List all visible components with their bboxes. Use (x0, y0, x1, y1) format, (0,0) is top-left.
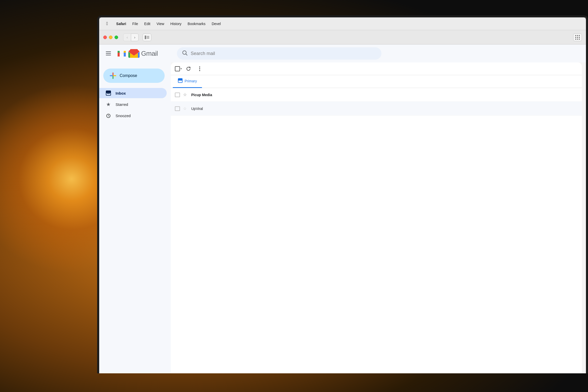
email-toolbar: ▾ (171, 62, 582, 75)
search-placeholder-text: Search mail (191, 51, 215, 56)
develop-menu-item[interactable]: Devel (209, 21, 224, 27)
sidebar-item-starred[interactable]: ★ Starred (99, 99, 167, 109)
refresh-icon (186, 66, 191, 71)
gmail-left-header: Gmail (99, 48, 171, 59)
email-checkbox-1[interactable] (175, 93, 180, 97)
sidebar-item-inbox[interactable]: Inbox (99, 88, 167, 98)
edit-menu-item[interactable]: Edit (141, 21, 153, 27)
file-menu-item[interactable]: File (129, 21, 141, 27)
safari-toolbar: ‹ › (99, 30, 586, 44)
svg-rect-25 (178, 79, 182, 81)
inbox-label: Inbox (116, 91, 126, 95)
gmail-header: Gmail Search mail (99, 44, 586, 62)
email-star-2[interactable]: ☆ (183, 106, 188, 111)
gmail-logo-area: Gmail (117, 48, 158, 59)
bookmarks-menu-item[interactable]: Bookmarks (185, 21, 209, 27)
email-sender-1: Picup Media (191, 93, 237, 97)
nav-buttons: ‹ › (123, 33, 139, 41)
forward-button[interactable]: › (131, 33, 139, 41)
checkbox-icon[interactable] (175, 66, 180, 71)
svg-rect-6 (106, 55, 111, 55)
extensions-button[interactable] (573, 33, 582, 41)
svg-rect-3 (147, 38, 149, 39)
hamburger-menu-button[interactable] (103, 48, 114, 59)
starred-icon: ★ (105, 101, 111, 107)
primary-tab-icon (178, 78, 183, 84)
email-checkbox-2[interactable] (175, 106, 180, 111)
sidebar-item-snoozed[interactable]: Snoozed (99, 110, 167, 121)
select-all-checkbox[interactable]: ▾ (175, 66, 182, 71)
svg-rect-5 (106, 53, 111, 54)
svg-rect-2 (147, 37, 149, 38)
snoozed-icon (105, 113, 111, 118)
checkbox-dropdown-arrow[interactable]: ▾ (180, 67, 182, 70)
gmail-wordmark: Gmail (141, 50, 158, 58)
gmail-right-panel: ▾ (171, 62, 582, 373)
gmail-main-area: Compose Inbox (99, 62, 586, 373)
svg-point-21 (199, 66, 200, 68)
more-options-icon (199, 66, 200, 71)
apple-menu[interactable]:  (103, 20, 111, 27)
mac-laptop-bezel:  Safari File Edit View History Bookmark… (97, 15, 588, 373)
svg-point-22 (199, 68, 200, 69)
search-icon (182, 50, 188, 57)
grid-icon (575, 35, 580, 40)
hamburger-icon (106, 51, 111, 55)
svg-rect-0 (145, 36, 146, 39)
traffic-lights (103, 36, 118, 39)
sidebar-icon (145, 36, 149, 39)
forward-icon: › (134, 35, 135, 39)
gmail-right-header: Search mail (171, 47, 586, 60)
primary-tab-label: Primary (185, 79, 197, 83)
gmail-sidebar: Compose Inbox (99, 62, 171, 373)
email-row-2[interactable]: ☆ UpViral (171, 102, 582, 116)
more-options-button[interactable] (195, 64, 204, 73)
svg-rect-4 (106, 51, 111, 52)
minimize-button[interactable] (109, 36, 112, 39)
macos-menubar:  Safari File Edit View History Bookmark… (99, 17, 586, 30)
svg-point-23 (199, 70, 200, 71)
email-list: ☆ Picup Media ☆ UpViral (171, 88, 582, 373)
back-button[interactable]: ‹ (123, 33, 131, 41)
refresh-button[interactable] (184, 64, 193, 73)
primary-tab[interactable]: Primary (173, 75, 202, 88)
compose-button[interactable]: Compose (103, 69, 165, 83)
svg-rect-1 (147, 36, 149, 37)
email-row-1[interactable]: ☆ Picup Media (171, 88, 582, 102)
safari-menu-item[interactable]: Safari (113, 21, 129, 27)
svg-line-9 (186, 54, 187, 55)
svg-rect-15 (106, 91, 111, 93)
starred-label: Starred (116, 102, 128, 107)
history-menu-item[interactable]: History (167, 21, 185, 27)
gmail-app: Gmail Search mail (99, 44, 586, 373)
sidebar-toggle-button[interactable] (143, 33, 151, 41)
search-bar[interactable]: Search mail (177, 47, 381, 60)
svg-rect-16 (107, 93, 110, 94)
fullscreen-button[interactable] (115, 36, 118, 39)
email-tabs: Primary (171, 75, 582, 88)
compose-label: Compose (120, 73, 137, 78)
gmail-m-logo (117, 48, 127, 59)
email-sender-2: UpViral (191, 107, 237, 111)
compose-plus-icon (109, 72, 117, 79)
snoozed-label: Snoozed (116, 114, 131, 118)
view-menu-item[interactable]: View (153, 21, 167, 27)
email-star-1[interactable]: ☆ (183, 92, 188, 97)
inbox-icon (105, 91, 111, 96)
gmail-logo-m (128, 49, 140, 58)
mac-screen:  Safari File Edit View History Bookmark… (99, 17, 586, 373)
close-button[interactable] (103, 36, 107, 39)
back-icon: ‹ (127, 35, 128, 39)
